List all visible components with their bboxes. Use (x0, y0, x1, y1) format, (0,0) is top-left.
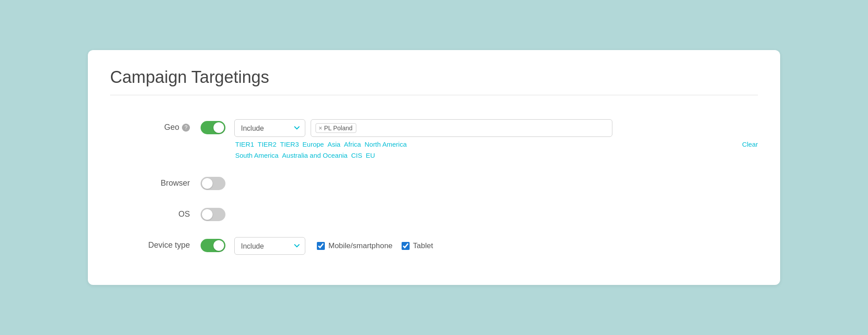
device-type-row: Device type Include Exclude Mobile/smart… (110, 229, 758, 263)
quick-link-cis[interactable]: CIS (351, 152, 362, 159)
device-type-toggle[interactable] (201, 239, 225, 252)
geo-row: Geo ? Include Exclude × (110, 111, 758, 167)
device-type-controls: Include Exclude Mobile/smartphone Tablet (234, 237, 433, 255)
geo-toggle-wrapper (201, 119, 225, 134)
campaign-targetings-card: Campaign Targetings Geo ? Include Exclud… (88, 50, 780, 285)
quick-link-eu[interactable]: EU (366, 152, 375, 159)
browser-toggle-slider (201, 177, 225, 190)
os-row: OS (110, 198, 758, 229)
form-rows: Geo ? Include Exclude × (110, 111, 758, 263)
quick-link-tier1[interactable]: TIER1 (235, 140, 254, 148)
divider (110, 95, 758, 95)
quick-link-asia[interactable]: Asia (327, 140, 340, 148)
geo-toggle-slider (201, 121, 225, 134)
os-toggle-wrapper (201, 206, 225, 221)
geo-quick-links-row2: South America Australia and Oceania CIS … (234, 152, 758, 159)
geo-top-row: Include Exclude × PL Poland (234, 119, 758, 137)
geo-help-icon[interactable]: ? (182, 124, 190, 132)
os-toggle[interactable] (201, 208, 225, 221)
mobile-smartphone-label[interactable]: Mobile/smartphone (317, 242, 393, 250)
mobile-smartphone-checkbox[interactable] (317, 242, 325, 250)
browser-row: Browser (110, 167, 758, 198)
device-options: Mobile/smartphone Tablet (317, 242, 433, 250)
device-type-include-select[interactable]: Include Exclude (234, 237, 305, 255)
os-toggle-slider (201, 208, 225, 221)
quick-link-tier3[interactable]: TIER3 (280, 140, 299, 148)
clear-button[interactable]: Clear (742, 140, 758, 148)
quick-link-australia[interactable]: Australia and Oceania (282, 152, 348, 159)
quick-link-africa[interactable]: Africa (344, 140, 361, 148)
quick-link-south-america[interactable]: South America (235, 152, 279, 159)
geo-tag-pl-poland: × PL Poland (316, 123, 356, 133)
geo-right: Include Exclude × PL Poland TIER1 TIER2 … (234, 119, 758, 159)
geo-tag-container: × PL Poland (311, 119, 612, 137)
geo-toggle[interactable] (201, 121, 225, 134)
browser-toggle[interactable] (201, 177, 225, 190)
geo-tag-close-icon[interactable]: × (319, 125, 322, 131)
geo-label: Geo ? (110, 119, 190, 132)
device-type-label: Device type (110, 237, 190, 250)
quick-link-europe[interactable]: Europe (303, 140, 324, 148)
page-title: Campaign Targetings (110, 68, 758, 87)
geo-include-select[interactable]: Include Exclude (234, 119, 305, 137)
device-type-toggle-wrapper (201, 237, 225, 252)
quick-link-north-america[interactable]: North America (364, 140, 406, 148)
browser-toggle-wrapper (201, 175, 225, 190)
geo-quick-links-row: TIER1 TIER2 TIER3 Europe Asia Africa Nor… (234, 140, 758, 148)
browser-label: Browser (110, 175, 190, 188)
device-type-toggle-slider (201, 239, 225, 252)
os-label: OS (110, 206, 190, 219)
quick-link-tier2[interactable]: TIER2 (258, 140, 277, 148)
tablet-checkbox[interactable] (402, 242, 410, 250)
tablet-label[interactable]: Tablet (402, 242, 433, 250)
